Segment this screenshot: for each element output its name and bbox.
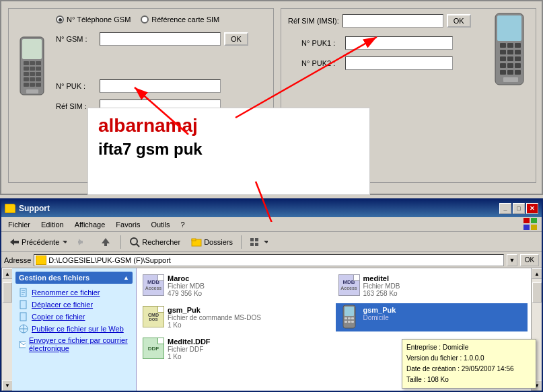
sidebar-link-publier[interactable]: Publier ce fichier sur le Web — [15, 323, 133, 335]
npuk-label: N° PUK : — [56, 82, 96, 90]
radio-dot-sim — [141, 15, 149, 24]
view-button[interactable] — [245, 234, 273, 250]
ngsm-label: N° GSM : — [56, 35, 96, 43]
radio-dot-gsm — [56, 15, 64, 24]
ref-sim-imsi-label: Réf SIM (IMSI): — [288, 17, 339, 25]
windows-logo — [523, 218, 537, 231]
address-input[interactable]: D:\LOGESIEL\PUK-GSM (F)\Support — [34, 254, 504, 266]
svg-rect-74 — [351, 317, 354, 319]
ref-sim-ok-button[interactable]: OK — [447, 14, 471, 28]
folders-button[interactable]: Dossiers — [186, 234, 238, 250]
svg-rect-56 — [255, 238, 258, 241]
scroll-down-btn[interactable]: ▼ — [2, 380, 13, 391]
list-item[interactable]: MDB Access Maroc Fichier MDB 479 356 Ko — [140, 272, 332, 300]
phone-image-right — [492, 12, 529, 87]
svg-rect-55 — [250, 238, 254, 241]
menu-outils[interactable]: Outils — [145, 219, 175, 230]
list-item[interactable]: DDF Meditel.DDF Fichier DDF 1 Ko — [140, 335, 332, 363]
svg-rect-34 — [515, 70, 521, 75]
list-item[interactable]: CMD DOS gsm_Puk Fichier de commande MS-D… — [140, 303, 332, 331]
minimize-button[interactable]: _ — [499, 203, 511, 214]
svg-rect-22 — [515, 43, 521, 48]
view-icon — [250, 237, 260, 247]
radio-telephone-gsm[interactable]: N° Téléphone GSM — [56, 15, 131, 24]
file-name: gsm_Puk — [363, 306, 396, 314]
npuk-row: N° PUK : — [9, 76, 273, 96]
svg-rect-77 — [351, 321, 354, 323]
sidebar-link-renommer[interactable]: Renommer ce fichier — [15, 286, 133, 299]
sidebar-link-publier-label: Publier ce fichier sur le Web — [32, 325, 124, 333]
svg-rect-41 — [531, 218, 537, 223]
svg-rect-33 — [507, 70, 513, 75]
file-info: Meditel.DDF Fichier DDF 1 Ko — [168, 338, 211, 360]
svg-rect-11 — [24, 77, 29, 81]
svg-rect-9 — [30, 72, 35, 76]
svg-rect-15 — [30, 83, 35, 87]
sidebar-scrollbar[interactable]: ▲ ▼ — [1, 268, 12, 391]
svg-rect-4 — [36, 61, 41, 65]
ngsm-ok-button[interactable]: OK — [224, 32, 248, 46]
tooltip-row-1: Entreprise : Domicile — [406, 342, 532, 353]
npuk1-input[interactable] — [345, 36, 453, 50]
toolbar: Précédente Rechercher Dossiers — [1, 232, 542, 252]
scroll-up-btn[interactable]: ▲ — [2, 268, 13, 279]
sidebar-section-gestion[interactable]: Gestion des fichiers ▲ — [15, 272, 133, 284]
ngsm-input[interactable] — [100, 32, 221, 46]
file-info: meditel Fichier MDB 163 258 Ko — [363, 274, 400, 297]
address-bar: Adresse D:\LOGESIEL\PUK-GSM (F)\Support … — [1, 252, 542, 268]
address-dropdown[interactable]: ▼ — [507, 254, 517, 266]
search-label: Rechercher — [142, 238, 180, 246]
file-email-icon — [19, 340, 26, 349]
title-bar-folder-icon — [5, 204, 15, 213]
maximize-button[interactable]: □ — [513, 203, 525, 214]
up-button[interactable] — [94, 234, 117, 250]
search-button[interactable]: Rechercher — [124, 234, 185, 250]
svg-rect-58 — [255, 243, 258, 246]
file-web-icon — [19, 324, 28, 334]
list-item[interactable]: gsm_Puk Domicile — [336, 303, 528, 331]
close-button[interactable]: ✕ — [526, 203, 538, 214]
address-go-button[interactable]: OK — [520, 254, 539, 266]
menu-favoris[interactable]: Favoris — [110, 219, 145, 230]
menu-help[interactable]: ? — [176, 219, 190, 230]
file-name: Maroc — [168, 274, 205, 282]
file-type: Fichier MDB — [363, 282, 400, 290]
ngsm-row: N° GSM : OK — [9, 29, 273, 49]
sidebar-link-deplacer[interactable]: Déplacer ce fichier — [15, 299, 133, 311]
back-button[interactable]: Précédente — [4, 234, 71, 250]
menu-affichage[interactable]: Affichage — [69, 219, 111, 230]
svg-rect-27 — [507, 56, 513, 61]
svg-rect-31 — [515, 63, 521, 68]
scroll-thumb[interactable] — [3, 282, 12, 303]
back-label: Précédente — [22, 238, 59, 246]
file-info: gsm_Puk Domicile — [363, 306, 396, 321]
npuk-input[interactable] — [100, 79, 221, 93]
npuk2-input[interactable] — [345, 56, 453, 70]
file-type: Fichier MDB — [168, 282, 205, 290]
svg-rect-10 — [36, 72, 41, 76]
file-scroll-thumb[interactable] — [532, 282, 542, 303]
svg-rect-24 — [507, 50, 513, 54]
file-info: gsm_Puk Fichier de commande MS-DOS 1 Ko — [168, 306, 261, 329]
radio-carte-sim[interactable]: Référence carte SIM — [141, 15, 219, 24]
svg-rect-32 — [500, 70, 506, 75]
search-icon — [129, 237, 140, 247]
sidebar-link-renommer-label: Renommer ce fichier — [32, 288, 100, 297]
svg-rect-54 — [192, 239, 196, 241]
svg-rect-73 — [348, 317, 351, 319]
sidebar-link-envoyer[interactable]: Envoyer ce fichier par courrier électron… — [15, 335, 133, 354]
list-item[interactable]: MDB Access meditel Fichier MDB 163 258 K… — [336, 272, 528, 300]
file-scroll-up[interactable]: ▲ — [532, 268, 542, 279]
svg-rect-2 — [24, 61, 29, 65]
menu-fichier[interactable]: Fichier — [3, 219, 36, 230]
menu-edition[interactable]: Edition — [36, 219, 69, 230]
file-type: Fichier de commande MS-DOS — [168, 314, 261, 321]
sidebar-link-copier[interactable]: Copier ce fichier — [15, 311, 133, 323]
overlay-info-box: albarnamaj ifta7 gsm puk — [87, 108, 370, 195]
ref-sim-imsi-input[interactable] — [342, 14, 443, 28]
svg-rect-7 — [36, 67, 41, 71]
svg-rect-75 — [345, 321, 347, 323]
svg-marker-49 — [102, 238, 110, 243]
forward-button[interactable] — [73, 234, 93, 250]
svg-rect-6 — [30, 67, 35, 71]
